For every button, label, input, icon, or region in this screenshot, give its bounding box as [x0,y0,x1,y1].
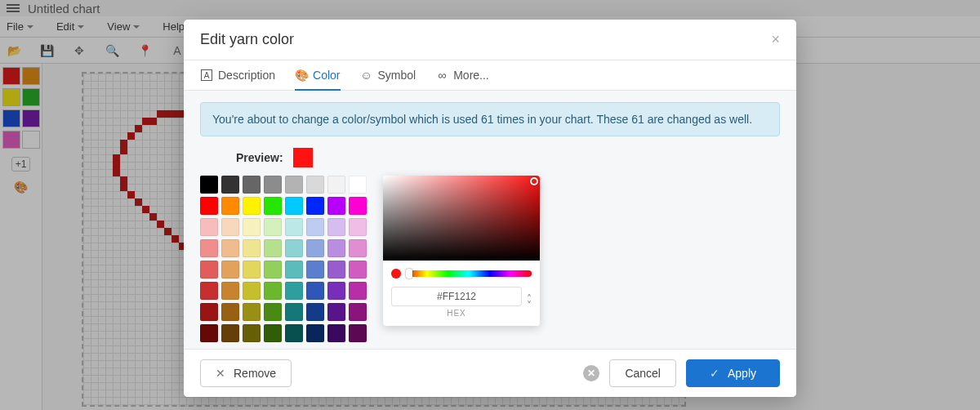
palette-swatch[interactable] [327,303,345,321]
close-icon[interactable]: × [771,31,780,48]
preview-label: Preview: [236,151,283,164]
palette-swatch[interactable] [349,282,367,300]
palette-swatch[interactable] [327,282,345,300]
palette-swatch[interactable] [285,303,303,321]
palette-swatch[interactable] [243,176,261,194]
palette-swatch[interactable] [200,303,218,321]
palette-swatch[interactable] [306,239,324,257]
palette-swatch[interactable] [349,239,367,257]
palette-swatch[interactable] [349,218,367,236]
link-icon: ∞ [435,69,448,82]
saturation-cursor[interactable] [530,177,538,185]
format-toggle-icon[interactable]: ˄˅ [527,296,532,309]
palette-swatch[interactable] [327,261,345,279]
palette-swatch[interactable] [200,261,218,279]
palette-swatch[interactable] [221,197,239,215]
tab-label: More... [453,69,489,82]
tab-label: Color [313,69,340,82]
hue-cursor[interactable] [406,269,412,279]
palette-swatch[interactable] [285,218,303,236]
palette-swatch[interactable] [264,218,282,236]
palette-swatch[interactable] [327,239,345,257]
palette-swatch[interactable] [243,324,261,342]
apply-button[interactable]: ✓ Apply [686,359,780,387]
palette-swatch[interactable] [306,218,324,236]
palette-swatch[interactable] [264,176,282,194]
palette-swatch[interactable] [349,324,367,342]
palette-swatch[interactable] [264,197,282,215]
palette-swatch[interactable] [200,282,218,300]
button-label: Remove [234,367,276,380]
palette-swatch[interactable] [200,197,218,215]
palette-swatch[interactable] [243,261,261,279]
palette-swatch[interactable] [327,218,345,236]
tab-more[interactable]: ∞ More... [435,69,489,90]
palette-swatch[interactable] [285,197,303,215]
edit-yarn-color-modal: Edit yarn color × A Description 🎨 Color … [184,20,796,397]
hex-label: HEX [391,309,522,318]
preset-palette [200,176,367,342]
palette-swatch[interactable] [349,303,367,321]
palette-swatch[interactable] [200,176,218,194]
check-icon: ✓ [710,367,719,380]
palette-swatch[interactable] [349,261,367,279]
hue-slider[interactable] [406,270,532,277]
palette-swatch[interactable] [200,218,218,236]
palette-swatch[interactable] [285,261,303,279]
palette-swatch[interactable] [264,239,282,257]
palette-swatch[interactable] [243,218,261,236]
modal-title: Edit yarn color [200,31,294,48]
preview-swatch [293,148,313,167]
palette-swatch[interactable] [221,176,239,194]
palette-swatch[interactable] [243,197,261,215]
palette-swatch[interactable] [306,176,324,194]
palette-swatch[interactable] [285,176,303,194]
palette-swatch[interactable] [221,239,239,257]
palette-swatch[interactable] [221,303,239,321]
text-box-icon: A [200,69,213,82]
palette-swatch[interactable] [285,282,303,300]
palette-swatch[interactable] [221,324,239,342]
palette-swatch[interactable] [306,324,324,342]
palette-swatch[interactable] [200,239,218,257]
palette-swatch[interactable] [243,239,261,257]
palette-swatch[interactable] [285,239,303,257]
tab-symbol[interactable]: ☺ Symbol [360,69,416,90]
palette-swatch[interactable] [306,261,324,279]
color-picker: HEX ˄˅ [383,176,540,326]
remove-button[interactable]: ✕ Remove [200,359,292,387]
tab-label: Description [218,69,275,82]
palette-swatch[interactable] [306,303,324,321]
hex-input[interactable] [391,287,522,306]
palette-swatch[interactable] [264,282,282,300]
modal-footer: ✕ Remove ✕ Cancel ✓ Apply [184,349,796,397]
palette-swatch[interactable] [349,197,367,215]
modal-overlay: Edit yarn color × A Description 🎨 Color … [0,0,980,410]
palette-swatch[interactable] [327,324,345,342]
palette-swatch[interactable] [327,176,345,194]
palette-swatch[interactable] [221,261,239,279]
palette-swatch[interactable] [221,218,239,236]
palette-swatch[interactable] [306,282,324,300]
palette-swatch[interactable] [285,324,303,342]
palette-swatch[interactable] [264,303,282,321]
palette-swatch[interactable] [221,282,239,300]
saturation-field[interactable] [383,176,540,261]
cancel-button[interactable]: Cancel [609,359,676,387]
help-icon[interactable]: ✕ [583,365,599,381]
palette-swatch[interactable] [264,261,282,279]
palette-swatch[interactable] [243,303,261,321]
button-label: Apply [728,367,756,380]
palette-swatch[interactable] [264,324,282,342]
usage-alert: You're about to change a color/symbol wh… [200,102,780,136]
palette-swatch[interactable] [327,197,345,215]
palette-swatch[interactable] [349,176,367,194]
tab-color[interactable]: 🎨 Color [295,69,340,90]
palette-swatch[interactable] [306,197,324,215]
palette-icon: 🎨 [295,69,308,82]
x-icon: ✕ [216,367,225,380]
palette-swatch[interactable] [243,282,261,300]
palette-swatch[interactable] [200,324,218,342]
tab-description[interactable]: A Description [200,69,275,90]
svg-text:A: A [204,71,210,80]
